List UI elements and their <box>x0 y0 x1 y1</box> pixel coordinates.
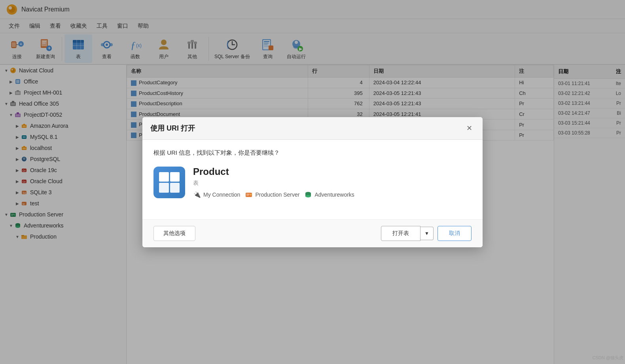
cancel-button[interactable]: 取消 <box>438 226 472 241</box>
grid-cell-1 <box>159 172 169 182</box>
dialog-object-name: Product <box>193 166 354 177</box>
dialog-object-info: Product 表 🔌 My Connection <box>193 166 354 199</box>
svg-point-91 <box>305 195 311 197</box>
grid-cell-4 <box>170 183 180 193</box>
dialog-object-icon <box>153 167 185 198</box>
table-grid-icon <box>159 172 180 193</box>
dialog-title: 使用 URI 打开 <box>150 123 195 133</box>
other-options-button[interactable]: 其他选项 <box>153 226 195 241</box>
svg-rect-87 <box>246 194 250 195</box>
dialog-message: 根据 URI 信息，找到以下对象，你是否要继续？ <box>153 149 472 157</box>
open-dropdown-button[interactable]: ▼ <box>420 227 434 240</box>
dialog: 使用 URI 打开 ✕ 根据 URI 信息，找到以下对象，你是否要继续？ <box>142 117 483 247</box>
dialog-close-button[interactable]: ✕ <box>464 123 475 134</box>
path-connection-label: My Connection <box>203 191 240 198</box>
database-icon <box>304 191 312 199</box>
server-icon <box>245 191 253 199</box>
svg-point-86 <box>250 194 252 195</box>
dialog-object-type: 表 <box>193 180 354 187</box>
dialog-object-path: 🔌 My Connection <box>193 191 354 199</box>
open-button-group: 打开表 ▼ 取消 <box>381 226 472 241</box>
svg-rect-88 <box>246 195 249 196</box>
open-table-button[interactable]: 打开表 <box>381 226 420 241</box>
grid-cell-2 <box>170 172 180 182</box>
watermark: CSDN @猫头虎 <box>593 355 623 361</box>
path-database: Adventureworks <box>304 191 354 199</box>
path-server-label: Production Server <box>255 191 299 198</box>
grid-cell-3 <box>159 183 169 193</box>
dialog-overlay: 使用 URI 打开 ✕ 根据 URI 信息，找到以下对象，你是否要继续？ <box>0 0 625 364</box>
dialog-body: 根据 URI 信息，找到以下对象，你是否要继续？ Product 表 <box>142 140 483 219</box>
path-connection: 🔌 My Connection <box>193 191 240 199</box>
path-server: Production Server <box>245 191 299 199</box>
dialog-object-row: Product 表 🔌 My Connection <box>153 166 472 199</box>
dialog-titlebar: 使用 URI 打开 ✕ <box>142 117 483 140</box>
connection-icon: 🔌 <box>193 191 201 199</box>
dialog-footer: 其他选项 打开表 ▼ 取消 <box>142 219 483 247</box>
path-database-label: Adventureworks <box>314 191 354 198</box>
